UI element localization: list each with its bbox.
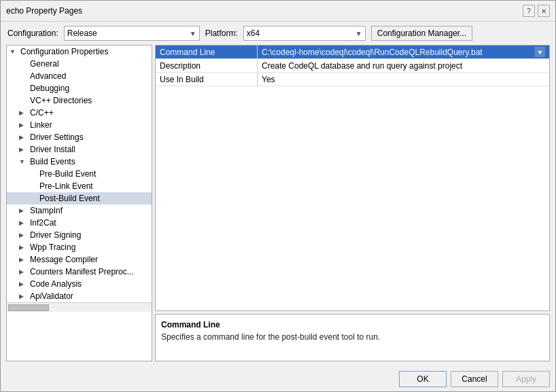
prop-value-command-line: C:\codeql-home\codeql\codeql\RunCodeQLRe… (258, 46, 549, 58)
close-button[interactable]: ✕ (538, 5, 550, 17)
config-select[interactable]: Release ▼ (64, 26, 200, 41)
message-compiler-expand-icon: ▶ (19, 256, 29, 263)
driver-signing-expand-icon: ▶ (19, 232, 29, 238)
main-area: ▼ Configuration Properties General Advan… (1, 45, 555, 367)
prop-name-command-line: Command Line (156, 46, 258, 58)
platform-select[interactable]: x64 ▼ (243, 26, 366, 41)
cancel-button[interactable]: Cancel (451, 371, 498, 387)
tree-panel: ▼ Configuration Properties General Advan… (6, 45, 152, 361)
root-expand-icon: ▼ (10, 48, 19, 55)
tree-item-vc-directories[interactable]: VC++ Directories (7, 94, 152, 107)
tree-item-driver-signing[interactable]: ▶ Driver Signing (7, 229, 152, 241)
title-bar: echo Property Pages ? ✕ (1, 1, 555, 22)
tree-scrollbar-thumb[interactable] (8, 304, 49, 311)
tree-item-linker[interactable]: ▶ Linker (7, 119, 152, 131)
tree-item-driver-settings[interactable]: ▶ Driver Settings (7, 131, 152, 143)
tree-item-pre-build[interactable]: Pre-Build Event (7, 168, 152, 180)
code-analysis-expand-icon: ▶ (19, 281, 29, 287)
platform-value: x64 (247, 29, 260, 38)
ok-button[interactable]: OK (399, 371, 447, 387)
title-bar-controls: ? ✕ (523, 5, 550, 17)
tree-item-general[interactable]: General (7, 58, 152, 70)
counters-expand-icon: ▶ (19, 268, 29, 275)
wpp-expand-icon: ▶ (19, 244, 29, 251)
driver-install-expand-icon: ▶ (19, 146, 29, 153)
config-dropdown-arrow: ▼ (190, 30, 196, 37)
prop-name-description: Description (156, 59, 258, 72)
apivalidator-expand-icon: ▶ (19, 293, 29, 300)
desc-title: Command Line (161, 320, 544, 329)
bottom-buttons: OK Cancel Apply (1, 367, 555, 391)
tree-item-driver-install[interactable]: ▶ Driver Install (7, 143, 152, 156)
tree-item-counters-manifest[interactable]: ▶ Counters Manifest Preproc... (7, 266, 152, 278)
platform-dropdown-arrow: ▼ (355, 30, 362, 37)
inf2cat-expand-icon: ▶ (19, 219, 29, 226)
prop-name-use-in-build: Use In Build (156, 73, 258, 86)
tree-root-label: Configuration Properties (20, 47, 108, 56)
desc-text: Specifies a command line for the post-bu… (161, 332, 544, 342)
tree-item-inf2cat[interactable]: ▶ Inf2Cat (7, 217, 152, 229)
tree-item-stampinf[interactable]: ▶ StampInf (7, 204, 152, 217)
command-line-dropdown[interactable]: ▼ (534, 47, 545, 57)
tree-item-debugging[interactable]: Debugging (7, 82, 152, 94)
tree-item-apivalidator[interactable]: ▶ ApiValidator (7, 290, 152, 302)
apply-button[interactable]: Apply (502, 371, 550, 387)
tree-item-message-compiler[interactable]: ▶ Message Compiler (7, 253, 152, 266)
config-label: Configuration: (7, 29, 58, 38)
tree-item-wpp-tracing[interactable]: ▶ Wpp Tracing (7, 241, 152, 253)
tree-item-advanced[interactable]: Advanced (7, 70, 152, 82)
tree-root[interactable]: ▼ Configuration Properties (7, 46, 152, 58)
property-pages-dialog: echo Property Pages ? ✕ Configuration: R… (0, 0, 556, 392)
description-panel: Command Line Specifies a command line fo… (155, 314, 550, 361)
prop-row-use-in-build[interactable]: Use In Build Yes (156, 73, 549, 86)
tree-item-pre-link[interactable]: Pre-Link Event (7, 180, 152, 192)
driver-settings-expand-icon: ▶ (19, 134, 29, 141)
tree-item-cpp[interactable]: ▶ C/C++ (7, 107, 152, 119)
config-value: Release (67, 29, 97, 38)
platform-label: Platform: (205, 29, 238, 38)
linker-expand-icon: ▶ (19, 122, 29, 128)
properties-table: Command Line C:\codeql-home\codeql\codeq… (155, 45, 550, 311)
tree-item-code-analysis[interactable]: ▶ Code Analysis (7, 278, 152, 290)
help-button[interactable]: ? (523, 5, 535, 17)
build-events-expand-icon: ▼ (19, 158, 29, 165)
config-manager-button[interactable]: Configuration Manager... (371, 26, 472, 41)
stampinf-expand-icon: ▶ (19, 207, 29, 214)
prop-row-description[interactable]: Description Create CodeQL database and r… (156, 59, 549, 73)
prop-value-use-in-build: Yes (258, 73, 549, 86)
dialog-title: echo Property Pages (6, 6, 82, 16)
tree-item-build-events[interactable]: ▼ Build Events (7, 156, 152, 168)
right-panel: Command Line C:\codeql-home\codeql\codeq… (155, 45, 550, 361)
tree-item-post-build[interactable]: Post-Build Event (7, 192, 152, 204)
config-row: Configuration: Release ▼ Platform: x64 ▼… (1, 22, 555, 45)
prop-value-description: Create CodeQL database and run query aga… (258, 59, 549, 72)
tree-scrollbar-h[interactable] (7, 302, 152, 312)
prop-row-command-line[interactable]: Command Line C:\codeql-home\codeql\codeq… (156, 46, 549, 59)
cpp-expand-icon: ▶ (19, 109, 29, 116)
